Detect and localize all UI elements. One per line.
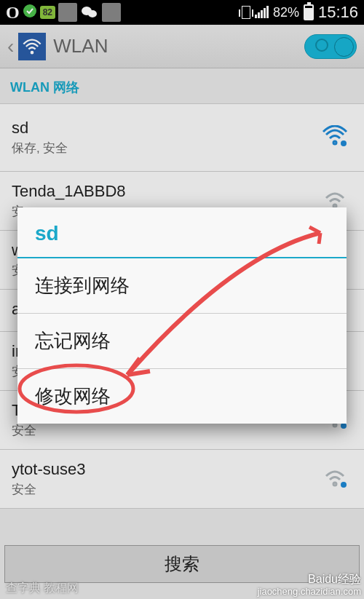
dialog-option-forget[interactable]: 忘记网络 — [17, 314, 347, 369]
dialog-option-connect[interactable]: 连接到网络 — [17, 258, 347, 314]
dialog-title: sd — [17, 207, 347, 258]
watermark-left: 查字典 教程网 — [6, 581, 79, 596]
dialog-option-modify[interactable]: 修改网络 — [17, 369, 347, 424]
watermark-url: jiaocheng.chazidian.com — [258, 586, 361, 598]
watermark-brand: Baidu经验 — [258, 572, 361, 586]
wifi-context-dialog: sd 连接到网络 忘记网络 修改网络 — [17, 207, 347, 424]
watermark-right: Baidu经验 jiaocheng.chazidian.com — [258, 572, 361, 598]
